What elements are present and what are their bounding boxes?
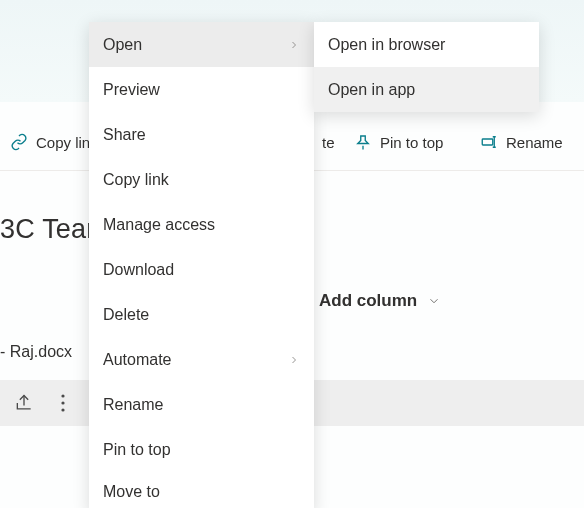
pin-to-top-command[interactable]: Pin to top <box>344 133 453 151</box>
menu-move-to-label: Move to <box>103 483 160 501</box>
more-actions-icon[interactable] <box>60 393 66 413</box>
pin-icon <box>354 133 372 151</box>
menu-automate-label: Automate <box>103 351 171 369</box>
share-icon[interactable] <box>14 393 34 413</box>
menu-move-to[interactable]: Move to <box>89 472 314 508</box>
menu-manage-access-label: Manage access <box>103 216 215 234</box>
menu-preview-label: Preview <box>103 81 160 99</box>
svg-rect-0 <box>482 139 493 145</box>
rename-icon <box>480 133 498 151</box>
menu-manage-access[interactable]: Manage access <box>89 202 314 247</box>
delete-label-fragment: te <box>322 134 335 151</box>
menu-preview[interactable]: Preview <box>89 67 314 112</box>
rename-label: Rename <box>506 134 563 151</box>
menu-rename-label: Rename <box>103 396 163 414</box>
menu-copy-link[interactable]: Copy link <box>89 157 314 202</box>
chevron-right-icon <box>288 39 300 51</box>
file-name[interactable]: - Raj.docx <box>0 343 72 361</box>
add-column-header[interactable]: Add column <box>319 291 441 311</box>
app-canvas: Copy lin te Pin to top Rename <box>0 0 584 508</box>
link-icon <box>10 133 28 151</box>
rename-command[interactable]: Rename <box>470 133 573 151</box>
menu-download-label: Download <box>103 261 174 279</box>
open-submenu: Open in browser Open in app <box>314 22 539 112</box>
copy-link-label: Copy lin <box>36 134 90 151</box>
menu-delete[interactable]: Delete <box>89 292 314 337</box>
chevron-down-icon <box>427 294 441 308</box>
menu-rename[interactable]: Rename <box>89 382 314 427</box>
submenu-open-in-app[interactable]: Open in app <box>314 67 539 112</box>
svg-point-2 <box>61 401 64 404</box>
menu-automate[interactable]: Automate <box>89 337 314 382</box>
submenu-open-in-app-label: Open in app <box>328 81 415 99</box>
copy-link-command[interactable]: Copy lin <box>0 133 100 151</box>
context-menu: Open Preview Share Copy link Manage acce… <box>89 22 314 508</box>
svg-point-1 <box>61 394 64 397</box>
menu-copy-link-label: Copy link <box>103 171 169 189</box>
menu-download[interactable]: Download <box>89 247 314 292</box>
menu-pin-to-top-label: Pin to top <box>103 441 171 459</box>
submenu-open-in-browser[interactable]: Open in browser <box>314 22 539 67</box>
svg-point-3 <box>61 408 64 411</box>
pin-to-top-label: Pin to top <box>380 134 443 151</box>
menu-pin-to-top[interactable]: Pin to top <box>89 427 314 472</box>
add-column-label: Add column <box>319 291 417 311</box>
menu-open[interactable]: Open <box>89 22 314 67</box>
menu-delete-label: Delete <box>103 306 149 324</box>
chevron-right-icon <box>288 354 300 366</box>
delete-command-fragment[interactable]: te <box>312 134 345 151</box>
menu-open-label: Open <box>103 36 142 54</box>
submenu-open-in-browser-label: Open in browser <box>328 36 445 54</box>
menu-share[interactable]: Share <box>89 112 314 157</box>
menu-share-label: Share <box>103 126 146 144</box>
